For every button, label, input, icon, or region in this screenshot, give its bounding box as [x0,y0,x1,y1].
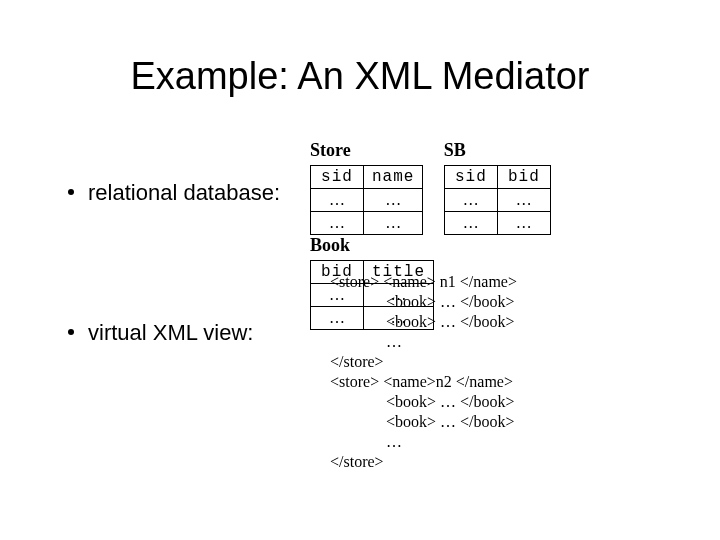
table-sb-caption: SB [444,140,551,161]
xml-line: <book> … </book> [330,393,515,410]
xml-view-block: <store> <name> n1 </name> <book> … </boo… [330,272,517,472]
slide-title: Example: An XML Mediator [0,55,720,98]
cell: … [311,212,364,235]
cell: … [444,212,497,235]
table-store: sid name … … … … [310,165,423,235]
table-row: … … [311,189,423,212]
xml-line: <book> … </book> [330,293,515,310]
table-book-caption: Book [310,235,434,256]
col-header: bid [497,166,550,189]
xml-line: <store> <name>n2 </name> [330,373,513,390]
table-row: … … [444,212,550,235]
table-row: sid name [311,166,423,189]
xml-line: <book> … </book> [330,313,515,330]
xml-line: </store> [330,353,384,370]
table-store-block: Store sid name … … … … [310,140,423,235]
cell: … [364,189,423,212]
xml-line: … [330,433,406,450]
bullet-relational-database: relational database: [68,180,280,206]
cell: … [497,189,550,212]
xml-line: <store> <name> n1 </name> [330,273,517,290]
cell: … [444,189,497,212]
table-sb: sid bid … … … … [444,165,551,235]
xml-line: <book> … </book> [330,413,515,430]
table-store-caption: Store [310,140,423,161]
bullet-text: virtual XML view: [88,320,253,345]
col-header: sid [311,166,364,189]
xml-line: </store> [330,453,384,470]
cell: … [497,212,550,235]
cell: … [311,189,364,212]
cell: … [364,212,423,235]
bullet-icon [68,329,74,335]
xml-line: … [330,333,402,350]
bullet-virtual-xml-view: virtual XML view: [68,320,253,346]
col-header: name [364,166,423,189]
table-row: … … [444,189,550,212]
table-sb-block: SB sid bid … … … … [444,140,551,235]
bullet-icon [68,189,74,195]
table-row: sid bid [444,166,550,189]
bullet-text: relational database: [88,180,280,205]
col-header: sid [444,166,497,189]
table-row: … … [311,212,423,235]
